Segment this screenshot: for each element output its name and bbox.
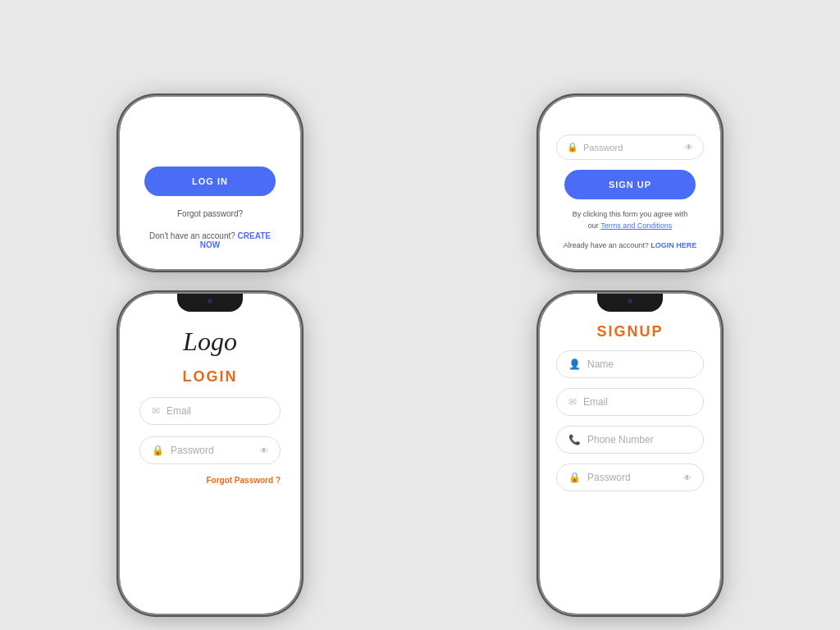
phone-login-full: Logo LOGIN ✉ Email 🔒 Password 👁 Forgot P…: [120, 294, 300, 614]
notch-camera-signup: [628, 299, 632, 304]
signup-password-placeholder: Password: [583, 143, 680, 153]
login-button[interactable]: LOG IN: [144, 167, 276, 196]
no-account-text: Don't have an account? CREATE NOW: [139, 231, 281, 249]
notch-camera: [208, 299, 212, 304]
phone-signup-full: SIGNUP 👤 Name ✉ Email 📞 Phone Number 🔒 P…: [540, 294, 720, 614]
login-content: Logo LOGIN ✉ Email 🔒 Password 👁 Forgot P…: [120, 294, 300, 498]
signup-phone-field[interactable]: 📞 Phone Number: [556, 426, 704, 454]
login-bottom-content: LOG IN Forgot password? Don't have an ac…: [120, 142, 300, 269]
person-icon: 👤: [568, 358, 581, 370]
login-password-placeholder: Password: [171, 445, 253, 456]
phone-screen-login: Logo LOGIN ✉ Email 🔒 Password 👁 Forgot P…: [120, 294, 300, 614]
lock-icon: 🔒: [567, 142, 578, 153]
signup-phone-placeholder: Phone Number: [587, 434, 692, 445]
lock-icon-signup: 🔒: [568, 472, 581, 483]
eye-icon-signup[interactable]: 👁: [683, 473, 692, 482]
terms-line2: our: [588, 221, 599, 230]
signup-content: SIGNUP 👤 Name ✉ Email 📞 Phone Number 🔒 P…: [540, 294, 720, 504]
login-title: LOGIN: [183, 368, 238, 386]
signup-email-placeholder: Email: [583, 396, 692, 408]
email-icon: ✉: [152, 405, 160, 417]
eye-icon-login[interactable]: 👁: [260, 446, 268, 455]
signup-name-placeholder: Name: [587, 358, 692, 370]
phone-screen-login-bottom: LOG IN Forgot password? Don't have an ac…: [120, 97, 300, 269]
login-password-field[interactable]: 🔒 Password 👁: [139, 436, 281, 464]
forgot-password-text[interactable]: Forgot password?: [177, 209, 243, 218]
phone-screen-signup-bottom: 🔒 Password 👁 SIGN UP By clicking this fo…: [540, 97, 720, 269]
terms-link[interactable]: Terms and Conditions: [600, 221, 672, 230]
app-logo: Logo: [183, 326, 237, 357]
phone-login-bottom: LOG IN Forgot password? Don't have an ac…: [120, 97, 300, 269]
lock-icon-login: 🔒: [152, 445, 164, 456]
no-account-label: Don't have an account?: [149, 231, 235, 240]
quadrant-bottom-right: SIGNUP 👤 Name ✉ Email 📞 Phone Number 🔒 P…: [420, 277, 840, 630]
signup-name-field[interactable]: 👤 Name: [556, 350, 704, 378]
phone-notch: [177, 294, 243, 312]
terms-text: By clicking this form you agree with our…: [573, 209, 688, 231]
phone-icon: 📞: [568, 434, 581, 445]
email-icon-signup: ✉: [568, 396, 577, 408]
login-email-placeholder: Email: [167, 405, 268, 417]
phone-screen-signup: SIGNUP 👤 Name ✉ Email 📞 Phone Number 🔒 P…: [540, 294, 720, 614]
signup-bottom-content: 🔒 Password 👁 SIGN UP By clicking this fo…: [540, 110, 720, 269]
signup-password-field[interactable]: 🔒 Password 👁: [556, 135, 704, 160]
quadrant-top-left: LOG IN Forgot password? Don't have an ac…: [0, 0, 420, 277]
terms-line1: By clicking this form you agree with: [573, 210, 688, 218]
login-email-field[interactable]: ✉ Email: [139, 397, 281, 425]
signup-password-placeholder: Password: [587, 472, 677, 483]
phone-signup-bottom: 🔒 Password 👁 SIGN UP By clicking this fo…: [540, 97, 720, 269]
already-have-account: Already have an account? LOGIN HERE: [564, 241, 697, 249]
login-here-link[interactable]: LOGIN HERE: [651, 241, 696, 249]
already-label: Already have an account?: [564, 241, 649, 249]
quadrant-top-right: 🔒 Password 👁 SIGN UP By clicking this fo…: [420, 0, 840, 277]
eye-icon[interactable]: 👁: [685, 143, 693, 152]
signup-button[interactable]: SIGN UP: [564, 170, 696, 199]
signup-title: SIGNUP: [596, 323, 663, 340]
phone-notch-signup: [597, 294, 663, 312]
signup-email-field[interactable]: ✉ Email: [556, 388, 704, 416]
quadrant-bottom-left: Logo LOGIN ✉ Email 🔒 Password 👁 Forgot P…: [0, 277, 420, 630]
signup-password-field-full[interactable]: 🔒 Password 👁: [556, 463, 704, 491]
forgot-password-link[interactable]: Forgot Password ?: [206, 476, 281, 485]
